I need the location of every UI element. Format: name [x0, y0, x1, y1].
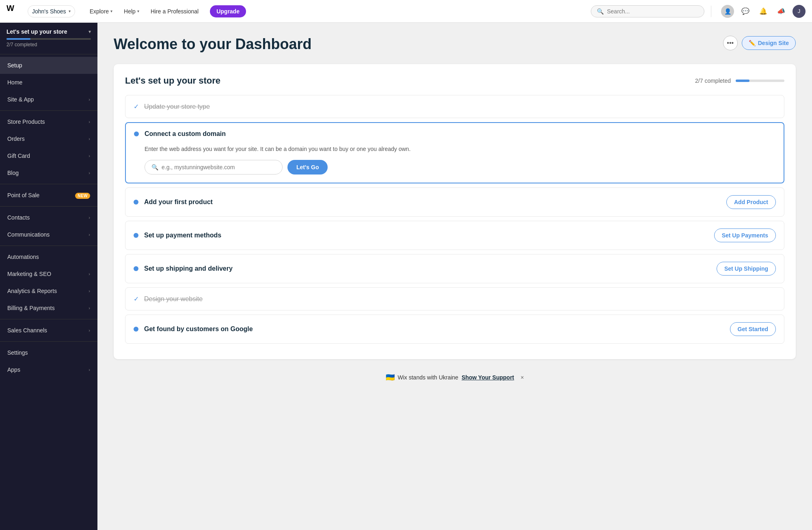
sidebar-item-chevron: ›	[89, 367, 90, 372]
sidebar-item-label: Billing & Payments	[7, 305, 55, 311]
sidebar-item-label: Point of Sale	[7, 192, 39, 198]
step-action-button-set-up-shipping[interactable]: Set Up Shipping	[717, 262, 776, 276]
sidebar-item-label: Apps	[7, 366, 20, 373]
sidebar-item-site-app[interactable]: Site & App›	[0, 91, 97, 108]
step-action-button-get-found-google[interactable]: Get Started	[730, 322, 776, 336]
search-input[interactable]	[607, 8, 698, 15]
step-left-get-found-google: Get found by customers on Google	[134, 325, 253, 333]
step-left-connect-domain: Connect a custom domain	[134, 130, 226, 138]
sidebar-items-container: SetupHomeSite & App›Store Products›Order…	[0, 57, 97, 378]
sidebar-item-orders[interactable]: Orders›	[0, 130, 97, 147]
steps-container: ✓Update your store typeConnect a custom …	[125, 95, 784, 344]
sidebar-item-analytics-reports[interactable]: Analytics & Reports›	[0, 282, 97, 299]
ukraine-support-link[interactable]: Show Your Support	[462, 374, 514, 381]
sidebar-item-label: Home	[7, 79, 22, 86]
step-row-design-website[interactable]: ✓Design your website	[125, 288, 784, 310]
sidebar-item-marketing-seo[interactable]: Marketing & SEO›	[0, 265, 97, 282]
step-set-up-payments: Set up payment methodsSet Up Payments	[125, 221, 784, 250]
sidebar-item-gift-card[interactable]: Gift Card›	[0, 147, 97, 164]
nav-hire-pro[interactable]: Hire a Professional	[146, 6, 203, 17]
sidebar-item-settings[interactable]: Settings	[0, 344, 97, 361]
sidebar-item-label: Sales Channels	[7, 327, 47, 334]
sidebar-item-contacts[interactable]: Contacts›	[0, 209, 97, 226]
step-description: Enter the web address you want for your …	[145, 145, 775, 153]
profile-icon[interactable]: J	[793, 5, 806, 18]
search-bar[interactable]: 🔍	[591, 5, 704, 17]
announcements-icon[interactable]: 📣	[775, 5, 788, 18]
sidebar-item-chevron: ›	[89, 97, 90, 102]
step-connect-domain: Connect a custom domainEnter the web add…	[125, 122, 784, 183]
sidebar-item-automations[interactable]: Automations	[0, 248, 97, 265]
setup-card-header: Let's set up your store 2/7 completed	[125, 75, 784, 86]
step-left-set-up-shipping: Set up shipping and delivery	[134, 265, 233, 272]
sidebar-item-label: Settings	[7, 349, 28, 356]
sidebar-item-chevron: ›	[89, 170, 90, 175]
sidebar-completed-text: 2/7 completed	[6, 42, 91, 47]
step-action-button-add-product[interactable]: Add Product	[726, 195, 776, 209]
sidebar-divider	[0, 110, 97, 111]
step-add-product: Add your first productAdd Product	[125, 187, 784, 217]
step-row-connect-domain[interactable]: Connect a custom domain	[126, 123, 784, 145]
sidebar-setup[interactable]: Let's set up your store ▾ 2/7 completed	[0, 23, 97, 52]
step-action-button-set-up-payments[interactable]: Set Up Payments	[714, 228, 776, 242]
top-nav: W John's Shoes ▾ Explore ▾ Help ▾ Hire a…	[0, 0, 812, 23]
sidebar-item-chevron: ›	[89, 136, 90, 141]
step-row-get-found-google[interactable]: Get found by customers on GoogleGet Star…	[125, 315, 784, 343]
sidebar-item-store-products[interactable]: Store Products›	[0, 113, 97, 130]
sidebar-item-blog[interactable]: Blog›	[0, 164, 97, 181]
domain-search-icon: 🔍	[151, 164, 158, 170]
domain-input[interactable]	[162, 164, 276, 170]
step-dot-icon	[134, 233, 138, 238]
ukraine-text: Wix stands with Ukraine	[398, 374, 458, 381]
user-avatar[interactable]: 👤	[721, 5, 734, 18]
step-title: Update your store type	[144, 103, 210, 110]
sidebar-setup-chevron: ▾	[89, 29, 91, 34]
site-selector[interactable]: John's Shoes ▾	[28, 5, 75, 17]
sidebar-item-communications[interactable]: Communications›	[0, 226, 97, 243]
ukraine-close-button[interactable]: ×	[520, 374, 524, 381]
more-options-button[interactable]: •••	[723, 36, 738, 50]
sidebar-progress-bar	[6, 38, 91, 40]
chat-icon[interactable]: 💬	[739, 5, 752, 18]
site-selector-chevron: ▾	[69, 9, 71, 13]
nav-links: Explore ▾ Help ▾ Hire a Professional	[85, 6, 204, 17]
sidebar-item-chevron: ›	[89, 289, 90, 293]
design-site-icon: ✏️	[749, 40, 756, 46]
sidebar-item-apps[interactable]: Apps›	[0, 361, 97, 378]
sidebar-item-point-of-sale[interactable]: Point of SaleNEW	[0, 187, 97, 204]
layout: Let's set up your store ▾ 2/7 completed …	[0, 23, 812, 530]
sidebar-item-chevron: ›	[89, 271, 90, 276]
ukraine-banner: 🇺🇦 Wix stands with Ukraine Show Your Sup…	[114, 367, 796, 388]
sidebar-item-home[interactable]: Home	[0, 74, 97, 91]
nav-explore[interactable]: Explore ▾	[85, 6, 117, 17]
step-row-set-up-payments[interactable]: Set up payment methodsSet Up Payments	[125, 221, 784, 250]
sidebar-item-label: Site & App	[7, 96, 34, 103]
design-site-button[interactable]: ✏️ Design Site	[742, 36, 796, 50]
sidebar-divider	[0, 319, 97, 319]
page-title: Welcome to your Dashboard	[114, 36, 311, 53]
sidebar-item-chevron: ›	[89, 119, 90, 124]
sidebar-item-billing-payments[interactable]: Billing & Payments›	[0, 299, 97, 317]
main-content: Welcome to your Dashboard ••• ✏️ Design …	[97, 23, 812, 530]
upgrade-button[interactable]: Upgrade	[210, 5, 246, 17]
step-left-add-product: Add your first product	[134, 198, 213, 206]
step-row-set-up-shipping[interactable]: Set up shipping and deliverySet Up Shipp…	[125, 254, 784, 283]
step-row-update-store-type[interactable]: ✓Update your store type	[125, 95, 784, 118]
sidebar-item-label: Orders	[7, 136, 25, 142]
wix-logo[interactable]: W	[6, 4, 21, 19]
lets-go-button[interactable]: Let's Go	[287, 160, 328, 175]
sidebar-item-setup[interactable]: Setup	[0, 57, 97, 74]
sidebar-item-chevron: ›	[89, 215, 90, 220]
sidebar-divider	[0, 246, 97, 246]
notifications-icon[interactable]: 🔔	[757, 5, 770, 18]
nav-help[interactable]: Help ▾	[119, 6, 144, 17]
step-title: Add your first product	[144, 198, 213, 206]
sidebar-item-sales-channels[interactable]: Sales Channels›	[0, 322, 97, 339]
step-row-add-product[interactable]: Add your first productAdd Product	[125, 188, 784, 216]
domain-input-wrapper: 🔍	[145, 160, 283, 175]
step-get-found-google: Get found by customers on GoogleGet Star…	[125, 315, 784, 344]
domain-input-row: 🔍Let's Go	[145, 160, 775, 175]
svg-text:W: W	[6, 4, 14, 13]
setup-card-title: Let's set up your store	[125, 75, 220, 86]
sidebar-item-label: Contacts	[7, 214, 30, 221]
